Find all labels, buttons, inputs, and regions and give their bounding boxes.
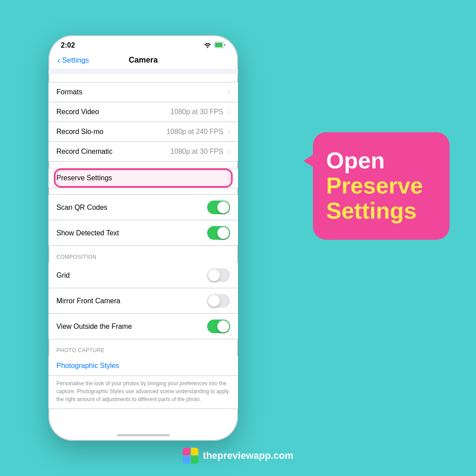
svg-rect-1 <box>215 43 223 47</box>
nav-bar: ‹ Settings Camera <box>48 53 238 70</box>
back-label: Settings <box>62 56 89 65</box>
back-chevron-icon: ‹ <box>57 55 60 65</box>
home-indicator <box>117 434 170 436</box>
view-outside-row[interactable]: View Outside the Frame <box>48 314 238 339</box>
grid-row[interactable]: Grid <box>48 263 238 288</box>
formats-right: › <box>228 88 230 96</box>
app-logo <box>182 448 198 464</box>
cta-box: Open Preserve Settings <box>313 132 450 240</box>
record-cinematic-value: 1080p at 30 FPS <box>171 148 223 156</box>
record-video-chevron: › <box>228 108 230 116</box>
photo-capture-group: PHOTO CAPTURE Photographic Styles Person… <box>48 347 238 409</box>
preserve-settings-group: Preserve Settings › <box>48 168 238 188</box>
status-icons <box>204 42 226 49</box>
cta-line1: Open <box>326 148 436 173</box>
show-detected-text-toggle[interactable] <box>207 226 230 240</box>
status-bar: 2:02 <box>48 35 238 53</box>
mirror-front-camera-label: Mirror Front Camera <box>56 297 120 305</box>
top-settings-group: Formats › Record Video 1080p at 30 FPS ›… <box>48 82 238 162</box>
show-detected-text-label: Show Detected Text <box>56 229 119 237</box>
logo-q1 <box>182 448 190 455</box>
show-detected-text-row[interactable]: Show Detected Text <box>48 220 238 246</box>
back-button[interactable]: ‹ Settings <box>57 55 89 65</box>
mirror-front-camera-row[interactable]: Mirror Front Camera <box>48 288 238 314</box>
record-cinematic-chevron: › <box>228 148 230 156</box>
logo-q2 <box>191 448 198 455</box>
scan-qr-toggle-knob <box>217 201 229 213</box>
record-video-row[interactable]: Record Video 1080p at 30 FPS › <box>48 102 238 122</box>
logo-q4 <box>191 456 198 464</box>
photographic-styles-label: Photographic Styles <box>56 362 119 370</box>
record-cinematic-label: Record Cinematic <box>56 148 112 156</box>
preserve-settings-label: Preserve Settings <box>56 174 112 182</box>
phone-mockup: 2:02 ‹ S <box>48 35 238 441</box>
scan-qr-toggle[interactable] <box>207 201 230 214</box>
grid-toggle-knob <box>208 269 220 281</box>
cta-line2: Preserve <box>326 173 436 198</box>
settings-content: Formats › Record Video 1080p at 30 FPS ›… <box>48 70 238 427</box>
view-outside-toggle-knob <box>217 320 229 332</box>
composition-label: COMPOSITION <box>48 254 238 263</box>
qr-group: Scan QR Codes Show Detected Text <box>48 194 238 246</box>
preserve-chevron: › <box>228 174 230 182</box>
formats-chevron: › <box>228 88 230 96</box>
record-video-right: 1080p at 30 FPS › <box>171 108 230 116</box>
formats-label: Formats <box>56 88 82 96</box>
scan-qr-label: Scan QR Codes <box>56 204 108 212</box>
composition-group: COMPOSITION Grid Mirror Front Camera Vie… <box>48 254 238 339</box>
logo-q3 <box>182 456 190 464</box>
photographic-styles-row[interactable]: Photographic Styles <box>48 356 238 376</box>
grid-label: Grid <box>56 271 70 279</box>
record-video-label: Record Video <box>56 108 99 116</box>
wifi-icon <box>204 42 212 49</box>
record-slomo-value: 1080p at 240 FPS <box>167 128 223 136</box>
record-cinematic-right: 1080p at 30 FPS › <box>171 148 230 156</box>
battery-icon <box>214 42 226 49</box>
view-outside-label: View Outside the Frame <box>56 323 132 331</box>
record-video-value: 1080p at 30 FPS <box>171 108 223 116</box>
mirror-front-camera-toggle[interactable] <box>207 294 230 308</box>
footer: thepreviewapp.com <box>182 448 293 464</box>
nav-title: Camera <box>129 56 158 65</box>
record-slomo-row[interactable]: Record Slo-mo 1080p at 240 FPS › <box>48 122 238 142</box>
grid-toggle[interactable] <box>207 268 230 282</box>
record-slomo-label: Record Slo-mo <box>56 128 104 136</box>
show-detected-text-toggle-knob <box>217 227 229 239</box>
scan-qr-row[interactable]: Scan QR Codes <box>48 194 238 220</box>
preserve-settings-row[interactable]: Preserve Settings › <box>48 168 238 188</box>
cta-line3: Settings <box>326 198 436 223</box>
view-outside-toggle[interactable] <box>207 320 230 333</box>
formats-row[interactable]: Formats › <box>48 82 238 102</box>
status-time: 2:02 <box>61 41 75 49</box>
footer-url: thepreviewapp.com <box>203 450 293 461</box>
record-cinematic-row[interactable]: Record Cinematic 1080p at 30 FPS › <box>48 142 238 162</box>
photographic-styles-description: Personalise the look of your photos by b… <box>48 376 238 409</box>
photo-capture-label: PHOTO CAPTURE <box>48 347 238 356</box>
record-slomo-right: 1080p at 240 FPS › <box>167 128 230 136</box>
mirror-front-camera-toggle-knob <box>208 295 220 307</box>
record-slomo-chevron: › <box>228 128 230 136</box>
preserve-settings-right: › <box>228 174 230 182</box>
